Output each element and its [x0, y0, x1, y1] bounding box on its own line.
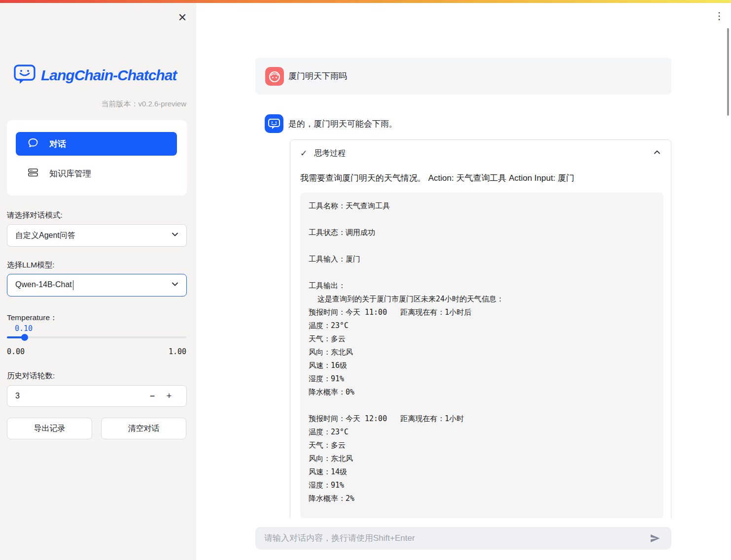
chevron-down-icon — [171, 280, 179, 291]
chat-bubble-icon — [28, 137, 38, 150]
temperature-value: 0.10 — [15, 324, 33, 333]
user-message-text: 厦门明天下雨吗 — [288, 58, 347, 95]
chevron-down-icon — [171, 230, 179, 241]
chat-input-bar — [255, 527, 671, 550]
slider-handle[interactable] — [21, 334, 28, 341]
assistant-message-text: 是的，厦门明天可能会下雨。 — [288, 111, 397, 136]
llm-model-value: Qwen-14B-Chat — [15, 280, 171, 290]
dialog-mode-value: 自定义Agent问答 — [15, 231, 171, 241]
chat-input[interactable] — [264, 533, 648, 543]
chat-input-footer — [196, 518, 731, 560]
expander-title: 思考过程 — [314, 148, 652, 159]
logo-text: LangChain-Chatchat — [41, 67, 176, 84]
expander-header[interactable]: ✓ 思考过程 — [290, 140, 671, 166]
dialog-mode-label: 请选择对话模式: — [7, 210, 63, 221]
slider-range: 0.00 1.00 — [7, 347, 186, 356]
version-text: 当前版本：v0.2.6-preview — [0, 99, 186, 109]
decrement-button[interactable]: − — [144, 391, 161, 401]
history-rounds-label: 历史对话轮数: — [7, 371, 55, 381]
text-caret — [73, 280, 74, 290]
sidebar: ✕ LangChain-Chatchat 当前版本：v0.2.6-preview — [0, 3, 196, 560]
user-message-row: 厦门明天下雨吗 — [255, 58, 671, 95]
scrollbar[interactable] — [727, 28, 729, 116]
history-rounds-input[interactable]: 3 − + — [7, 385, 187, 407]
main-menu-kebab-icon[interactable]: ⋮ — [713, 9, 726, 23]
database-stack-icon — [28, 167, 38, 180]
sidebar-item-dialogue[interactable]: 对话 — [16, 132, 177, 156]
sidebar-close-icon[interactable]: ✕ — [175, 11, 189, 25]
app-logo: LangChain-Chatchat — [13, 64, 176, 87]
logo-chat-bubble-icon — [13, 64, 36, 87]
slider-max: 1.00 — [169, 347, 186, 356]
slider-min: 0.00 — [7, 347, 25, 356]
increment-button[interactable]: + — [161, 391, 177, 401]
send-button[interactable] — [648, 531, 662, 546]
export-records-button[interactable]: 导出记录 — [7, 418, 92, 439]
thought-process-expander: ✓ 思考过程 我需要查询厦门明天的天气情况。 Action: 天气查询工具 Ac… — [290, 139, 671, 543]
app-window: ✕ LangChain-Chatchat 当前版本：v0.2.6-preview — [0, 0, 731, 560]
tool-output-code-block: 工具名称：天气查询工具 工具状态：调用成功 工具输入：厦门 工具输出： 这是查询… — [300, 193, 663, 519]
nav-card — [7, 120, 187, 196]
sidebar-item-knowledge-base[interactable]: 知识库管理 — [16, 164, 177, 183]
llm-model-label: 选择LLM模型: — [7, 260, 54, 270]
user-avatar — [265, 67, 284, 86]
sidebar-item-label: 对话 — [49, 138, 66, 150]
temperature-label: Temperature： — [7, 313, 58, 323]
history-rounds-value: 3 — [15, 392, 144, 400]
temperature-slider[interactable] — [7, 336, 186, 338]
clear-dialogue-button[interactable]: 清空对话 — [101, 418, 186, 439]
sidebar-item-label: 知识库管理 — [49, 168, 91, 179]
assistant-avatar — [265, 114, 283, 133]
check-icon: ✓ — [300, 148, 307, 159]
agent-thought-text: 我需要查询厦门明天的天气情况。 Action: 天气查询工具 Action In… — [300, 172, 662, 184]
assistant-message-row: 是的，厦门明天可能会下雨。 — [255, 111, 671, 136]
chevron-up-icon[interactable] — [652, 147, 662, 159]
dialog-mode-select[interactable]: 自定义Agent问答 — [7, 224, 187, 247]
llm-model-select[interactable]: Qwen-14B-Chat — [7, 274, 187, 296]
